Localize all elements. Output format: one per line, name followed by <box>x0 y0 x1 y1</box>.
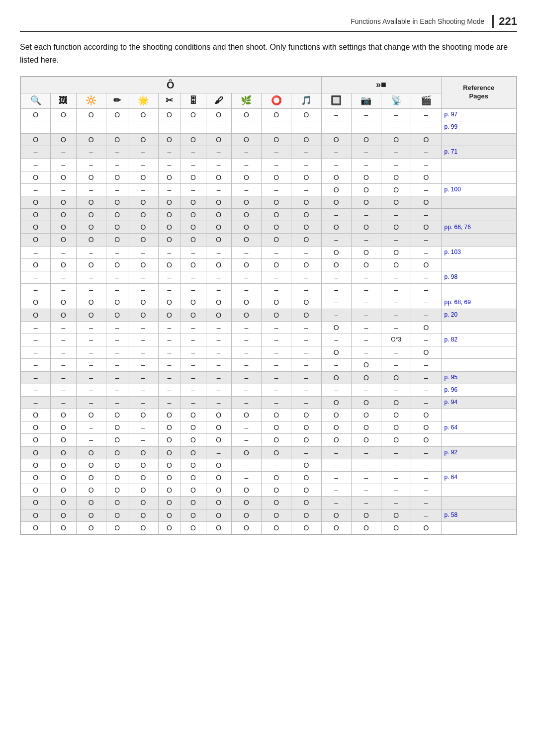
cell-r1-c2: – <box>76 121 106 133</box>
table-row: OOOOOOOOOOO–––– <box>21 484 517 497</box>
cell-r26-c11: O <box>321 434 351 446</box>
cell-r20-c9: – <box>262 359 291 371</box>
cell-r18-c5: – <box>158 334 180 346</box>
ref-cell-r17 <box>441 321 517 334</box>
cell-r30-c1: O <box>51 484 76 497</box>
cell-r24-c0: O <box>21 409 51 421</box>
cell-r22-c11: – <box>321 384 351 396</box>
cell-r33-c5: O <box>158 521 180 534</box>
ref-cell-r28 <box>441 459 517 471</box>
cell-r9-c3: O <box>106 221 128 234</box>
cell-r11-c8: – <box>231 246 261 258</box>
cell-r21-c11: O <box>321 371 351 384</box>
cell-r0-c12: – <box>351 108 381 121</box>
table-row: OOOOOOOOOOOOOOO <box>21 409 517 421</box>
cell-r29-c3: O <box>106 472 128 484</box>
cell-r18-c6: – <box>180 334 206 346</box>
cell-r30-c6: O <box>180 484 206 497</box>
cell-r26-c10: O <box>291 434 321 446</box>
table-row: OOOOOOOOOOOOOOO <box>21 258 517 271</box>
cell-r28-c0: O <box>21 459 51 471</box>
cell-r18-c2: – <box>76 334 106 346</box>
cell-r3-c14: – <box>411 146 441 159</box>
cell-r9-c4: O <box>128 221 158 234</box>
cell-r24-c4: O <box>128 409 158 421</box>
cell-r19-c8: – <box>231 346 261 359</box>
cell-r32-c8: O <box>231 509 261 521</box>
ref-cell-r4 <box>441 159 517 171</box>
table-row: ––––––––––––––– <box>21 159 517 171</box>
cell-r31-c1: O <box>51 497 76 509</box>
cell-r31-c5: O <box>158 497 180 509</box>
cell-r28-c13: – <box>381 459 411 471</box>
cell-r0-c1: O <box>51 108 76 121</box>
cell-r18-c4: – <box>128 334 158 346</box>
cell-r7-c9: O <box>262 196 291 208</box>
cell-r12-c8: O <box>231 258 261 271</box>
cell-r0-c0: O <box>21 108 51 121</box>
cell-r25-c1: O <box>51 421 76 434</box>
table-row: –––––––––––––––p. 71 <box>21 146 517 159</box>
ref-cell-r31 <box>441 497 517 509</box>
cell-r8-c8: O <box>231 209 261 221</box>
table-row: OOOOOOO–OO–––––p. 92 <box>21 446 517 459</box>
cell-r21-c7: – <box>206 371 231 384</box>
cell-r3-c9: – <box>262 146 291 159</box>
cell-r14-c12: – <box>351 284 381 296</box>
icon-col-7: 🎛 <box>180 93 206 108</box>
cell-r14-c3: – <box>106 284 128 296</box>
cell-r6-c3: – <box>106 183 128 196</box>
ref-cell-r25: p. 64 <box>441 421 517 434</box>
cell-r8-c1: O <box>51 209 76 221</box>
cell-r7-c11: O <box>321 196 351 208</box>
cell-r11-c14: – <box>411 246 441 258</box>
cell-r0-c11: – <box>321 108 351 121</box>
cell-r12-c0: O <box>21 258 51 271</box>
cell-r16-c9: O <box>262 309 291 321</box>
cell-r2-c9: O <box>262 133 291 146</box>
cell-r28-c1: O <box>51 459 76 471</box>
cell-r33-c11: O <box>321 521 351 534</box>
cell-r20-c6: – <box>180 359 206 371</box>
cell-r28-c7: O <box>206 459 231 471</box>
cell-r17-c3: – <box>106 321 128 334</box>
cell-r24-c11: O <box>321 409 351 421</box>
cell-r14-c13: – <box>381 284 411 296</box>
cell-r4-c10: – <box>291 159 321 171</box>
cell-r14-c2: – <box>76 284 106 296</box>
table-row: –––––––––––OOO–p. 94 <box>21 396 517 409</box>
cell-r27-c11: – <box>321 446 351 459</box>
cell-r21-c12: O <box>351 371 381 384</box>
cell-r11-c10: – <box>291 246 321 258</box>
cell-r30-c12: – <box>351 484 381 497</box>
cell-r10-c12: – <box>351 234 381 246</box>
cell-r20-c0: – <box>21 359 51 371</box>
reference-header: ReferencePages <box>441 77 517 108</box>
ref-cell-r18: p. 82 <box>441 334 517 346</box>
cell-r22-c13: – <box>381 384 411 396</box>
cell-r24-c10: O <box>291 409 321 421</box>
cell-r28-c14: – <box>411 459 441 471</box>
table-row: OOOOOOOOOOOOOOO <box>21 171 517 183</box>
cell-r27-c5: O <box>158 446 180 459</box>
cell-r28-c12: – <box>351 459 381 471</box>
cell-r18-c14: – <box>411 334 441 346</box>
cell-r30-c2: O <box>76 484 106 497</box>
cell-r6-c2: – <box>76 183 106 196</box>
cell-r11-c6: – <box>180 246 206 258</box>
cell-r0-c7: O <box>206 108 231 121</box>
cell-r15-c9: O <box>262 296 291 309</box>
cell-r12-c7: O <box>206 258 231 271</box>
cell-r16-c8: O <box>231 309 261 321</box>
cell-r17-c6: – <box>180 321 206 334</box>
cell-r14-c4: – <box>128 284 158 296</box>
cell-r3-c3: – <box>106 146 128 159</box>
cell-r25-c3: O <box>106 421 128 434</box>
cell-r5-c7: O <box>206 171 231 183</box>
cell-r13-c9: – <box>262 271 291 284</box>
cell-r4-c9: – <box>262 159 291 171</box>
cell-r21-c3: – <box>106 371 128 384</box>
cell-r8-c13: – <box>381 209 411 221</box>
cell-r15-c5: O <box>158 296 180 309</box>
cell-r32-c1: O <box>51 509 76 521</box>
